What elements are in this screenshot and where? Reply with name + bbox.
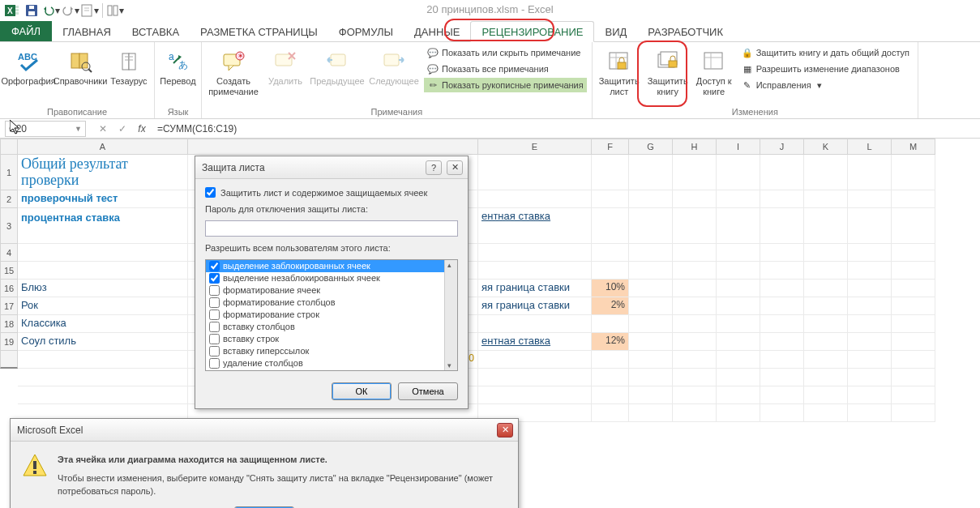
row-header[interactable]: 15	[0, 262, 18, 280]
translate-button[interactable]: aあ Перевод	[160, 45, 196, 87]
next-comment-icon	[381, 49, 407, 75]
select-all-corner[interactable]	[0, 139, 18, 155]
formula-input[interactable]: =СУММ(C16:C19)	[154, 123, 980, 134]
protect-workbook-button[interactable]: Защитить книгу	[646, 45, 690, 96]
cell[interactable]: процентная ставка	[18, 208, 188, 244]
permission-item[interactable]: вставку столбцов	[206, 321, 457, 333]
cell[interactable]: ентная ставка	[478, 333, 592, 351]
ok-button[interactable]: ОК	[332, 382, 392, 400]
tab-file[interactable]: ФАЙЛ	[0, 21, 52, 41]
cell[interactable]: Классика	[18, 315, 188, 333]
chevron-down-icon: ▼	[75, 125, 82, 133]
window-title: 20 принципов.xlsm - Excel	[426, 3, 553, 15]
cancel-formula-icon[interactable]: ✕	[96, 122, 110, 136]
row-header[interactable]: 4	[0, 244, 18, 262]
cell[interactable]: ентная ставка	[478, 208, 592, 244]
track-changes[interactable]: ✎Исправления ▾	[738, 78, 913, 92]
col-header[interactable]: A	[18, 139, 188, 155]
new-comment-button[interactable]: ✶ Создать примечание	[207, 45, 260, 96]
ink-icon: ✏	[427, 79, 439, 91]
changes-options: 🔒Защитить книгу и дать общий доступ ▦Раз…	[738, 45, 913, 92]
permission-item[interactable]: вставку гиперссылок	[206, 345, 457, 357]
showhide-comment[interactable]: 💬Показать или скрыть примечание	[424, 45, 587, 60]
dialog-titlebar[interactable]: Microsoft Excel ✕	[11, 419, 518, 442]
name-box[interactable]: C20▼	[5, 121, 86, 137]
row-header[interactable]: 2	[0, 190, 18, 208]
row-header[interactable]: 17	[0, 297, 18, 315]
col-header[interactable]: E	[478, 139, 592, 155]
show-all-comments[interactable]: 💬Показать все примечания	[424, 62, 587, 76]
row-header[interactable]: 3	[0, 208, 18, 244]
excel-app-icon[interactable]: X	[3, 2, 21, 19]
cell[interactable]: 10%	[592, 280, 629, 297]
tab-review[interactable]: РЕЦЕНЗИРОВАНИЕ	[470, 21, 594, 42]
group-language: aあ Перевод Язык	[155, 42, 202, 118]
touch-mode-icon[interactable]: ▾	[106, 2, 124, 19]
row-header[interactable]: 18	[0, 315, 18, 333]
cell[interactable]: Рок	[18, 297, 188, 315]
spelling-button[interactable]: ABC Орфография	[5, 45, 52, 87]
col-header[interactable]: H	[673, 139, 717, 155]
cancel-button[interactable]: Отмена	[398, 382, 458, 400]
protect-sheet-button[interactable]: Защитить лист	[597, 45, 641, 96]
col-header[interactable]: K	[804, 139, 848, 155]
fx-icon[interactable]: fx	[135, 122, 149, 136]
cell[interactable]: Блюз	[18, 280, 188, 297]
permission-item[interactable]: форматирование ячеек	[206, 284, 457, 297]
next-comment-button: Следующее	[369, 45, 419, 87]
row-header[interactable]: 1	[0, 155, 18, 190]
cell[interactable]: 12%	[592, 333, 629, 351]
tab-page-layout[interactable]: РАЗМЕТКА СТРАНИЦЫ	[190, 22, 328, 41]
col-header[interactable]: G	[629, 139, 673, 155]
dialog-titlebar[interactable]: Защита листа ? ✕	[195, 156, 468, 179]
cell[interactable]: проверочный тест	[18, 190, 188, 208]
cell[interactable]: Соул стиль	[18, 333, 188, 351]
svg-rect-15	[79, 53, 88, 68]
permissions-list[interactable]: выделение заблокированных ячеек выделени…	[205, 259, 458, 371]
protect-and-share[interactable]: 🔒Защитить книгу и дать общий доступ	[738, 45, 913, 60]
help-button[interactable]: ?	[426, 160, 442, 175]
new-sheet-icon[interactable]: ▾	[81, 2, 99, 19]
cell[interactable]: 2%	[592, 297, 629, 315]
cell[interactable]: Общий результат проверки	[18, 155, 188, 190]
allow-edit-ranges[interactable]: ▦Разрешить изменение диапазонов	[738, 62, 913, 76]
undo-icon[interactable]: ▾	[42, 2, 60, 19]
close-button[interactable]: ✕	[447, 160, 463, 175]
col-header[interactable]: L	[848, 139, 892, 155]
permission-item[interactable]: удаление строк	[206, 369, 457, 371]
tab-developer[interactable]: РАЗРАБОТЧИК	[637, 22, 734, 41]
scrollbar[interactable]	[444, 260, 457, 370]
share-workbook-button[interactable]: Доступ к книге	[695, 45, 734, 96]
save-icon[interactable]	[23, 2, 41, 19]
close-button[interactable]: ✕	[497, 423, 513, 438]
tab-view[interactable]: ВИД	[594, 22, 637, 41]
row-header[interactable]: 19	[0, 333, 18, 351]
redo-icon[interactable]: ▾	[62, 2, 79, 19]
tab-data[interactable]: ДАННЫЕ	[404, 22, 470, 41]
col-header[interactable]: F	[592, 139, 629, 155]
col-header[interactable]: I	[717, 139, 760, 155]
permission-item[interactable]: форматирование столбцов	[206, 297, 457, 309]
row-header[interactable]	[0, 351, 18, 369]
permission-item[interactable]: вставку строк	[206, 333, 457, 345]
thesaurus-button[interactable]: Тезаурус	[109, 45, 149, 87]
row-header[interactable]: 16	[0, 280, 18, 297]
permission-item[interactable]: удаление столбцов	[206, 357, 457, 369]
permission-item[interactable]: форматирование строк	[206, 309, 457, 321]
enter-formula-icon[interactable]: ✓	[115, 122, 130, 136]
research-button[interactable]: Справочники	[57, 45, 104, 87]
cell[interactable]: яя граница ставки	[478, 297, 592, 315]
permission-item[interactable]: выделение заблокированных ячеек	[206, 260, 457, 272]
permission-item[interactable]: выделение незаблокированных ячеек	[206, 272, 457, 284]
tab-formulas[interactable]: ФОРМУЛЫ	[328, 22, 404, 41]
password-input[interactable]	[205, 220, 458, 237]
col-header[interactable]: M	[892, 139, 935, 155]
tab-insert[interactable]: ВСТАВКА	[122, 22, 190, 41]
col-header[interactable]: J	[760, 139, 804, 155]
tab-home[interactable]: ГЛАВНАЯ	[52, 22, 122, 41]
col-header-hidden[interactable]	[188, 139, 478, 155]
show-ink[interactable]: ✏Показать рукописные примечания	[424, 78, 587, 92]
cell[interactable]: яя граница ставки	[478, 280, 592, 297]
protect-contents-checkbox[interactable]: Защитить лист и содержимое защищаемых яч…	[205, 187, 458, 198]
svg-rect-7	[29, 6, 34, 9]
